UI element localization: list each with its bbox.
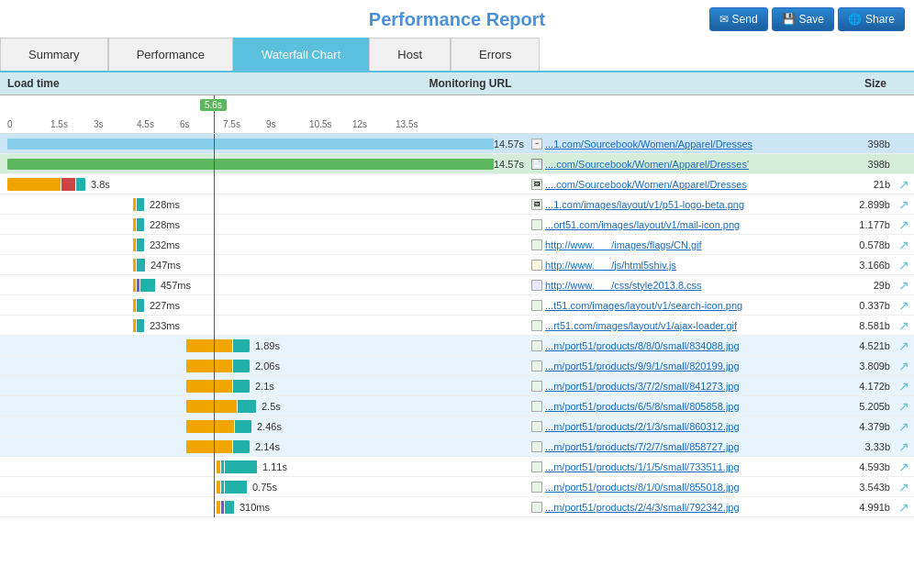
bars-2 — [7, 178, 85, 191]
size-17: 3.543b — [843, 482, 894, 493]
url-text-9[interactable]: ...rt51.com/images/layout/v1/ajax-loader… — [545, 320, 737, 331]
url-cell-8: ...t51.com/images/layout/v1/search-icon.… — [528, 300, 843, 311]
orange-bar-2 — [7, 178, 61, 191]
url-text-7[interactable]: http://www.___/css/style2013.8.css — [545, 280, 702, 291]
row-3: 228ms 🖼 ...1.com/images/layout/v1/p51-lo… — [0, 194, 914, 215]
bar-label-7: 457ms — [161, 280, 191, 291]
js-icon-6 — [531, 260, 542, 271]
img-icon-14 — [531, 421, 542, 432]
tick-3: 4.5s — [137, 119, 180, 129]
bar-cell-1: 14.57s — [0, 159, 528, 170]
url-text-2[interactable]: ....com/Sourcebook/Women/Apparel/Dresses — [545, 179, 747, 190]
url-text-3[interactable]: ...1.com/images/layout/v1/p51-logo-beta.… — [545, 199, 744, 210]
url-text-12[interactable]: ...m/port51/products/3/7/2/small/841273.… — [545, 381, 740, 392]
bar-cell-17: 0.75s — [0, 481, 528, 494]
url-text-14[interactable]: ...m/port51/products/2/1/3/small/860312.… — [545, 421, 740, 432]
url-cell-2: 🖼 ....com/Sourcebook/Women/Apparel/Dress… — [528, 179, 843, 190]
size-0: 398b — [843, 139, 894, 150]
url-text-5[interactable]: http://www.___/images/flags/CN.gif — [545, 239, 702, 250]
url-text-10[interactable]: ...m/port51/products/8/8/0/small/834088.… — [545, 340, 740, 351]
row-9: 233ms ...rt51.com/images/layout/v1/ajax-… — [0, 316, 914, 336]
bar-cell-14: 2.46s — [0, 420, 528, 433]
css-icon-7 — [531, 280, 542, 291]
size-9: 8.581b — [843, 320, 894, 331]
column-headers: Load time Monitoring URL Size — [0, 72, 914, 95]
tab-performance[interactable]: Performance — [108, 38, 233, 71]
tick-2: 3s — [94, 119, 137, 129]
tick-9: 13.5s — [396, 119, 439, 129]
url-text-16[interactable]: ...m/port51/products/1/1/5/small/733511.… — [545, 461, 740, 472]
size-15: 3.33b — [843, 441, 894, 452]
row-6: 247ms http://www.___/js/html5shiv.js 3.1… — [0, 255, 914, 275]
tab-errors[interactable]: Errors — [451, 38, 540, 71]
tick-0: 0 — [7, 119, 50, 129]
bar-label-1: 14.57s — [494, 159, 524, 170]
row-11: 2.06s ...m/port51/products/9/9/1/small/8… — [0, 356, 914, 376]
bar-cell-6: 247ms — [0, 259, 528, 272]
img-icon-2: 🖼 — [531, 179, 542, 190]
bar-cell-15: 2.14s — [0, 440, 528, 453]
url-text-15[interactable]: ...m/port51/products/7/2/7/small/858727.… — [545, 441, 740, 452]
url-cell-14: ...m/port51/products/2/1/3/small/860312.… — [528, 421, 843, 432]
bar-label-12: 2.1s — [255, 381, 274, 392]
size-18: 4.991b — [843, 502, 894, 513]
trend-14: ↗ — [894, 419, 914, 434]
url-text-13[interactable]: ...m/port51/products/6/5/8/small/805858.… — [545, 401, 740, 412]
url-text-8[interactable]: ...t51.com/images/layout/v1/search-icon.… — [545, 300, 742, 311]
bar-label-4: 228ms — [150, 219, 180, 230]
url-text-17[interactable]: ...m/port51/products/8/1/0/small/855018.… — [545, 482, 740, 493]
url-cell-5: http://www.___/images/flags/CN.gif — [528, 239, 843, 250]
url-cell-10: ...m/port51/products/8/8/0/small/834088.… — [528, 340, 843, 351]
bar-cell-5: 232ms — [0, 239, 528, 251]
bar-label-3: 228ms — [150, 199, 180, 210]
bar-label-17: 0.75s — [252, 482, 277, 493]
save-button[interactable]: 💾 Save — [772, 7, 834, 31]
bar-1 — [7, 159, 494, 170]
share-icon: 🌐 — [848, 13, 862, 26]
trend-16: ↗ — [894, 460, 914, 474]
row-8: 227ms ...t51.com/images/layout/v1/search… — [0, 295, 914, 316]
page-icon-1: 📄 — [531, 159, 542, 170]
trend-9: ↗ — [894, 318, 914, 333]
bar-0 — [7, 139, 494, 150]
tab-summary[interactable]: Summary — [0, 38, 108, 71]
header: Performance Report ✉ Send 💾 Save 🌐 Share — [0, 0, 914, 38]
row-18: 310ms ...m/port51/products/2/4/3/small/7… — [0, 497, 914, 517]
bars-3 — [133, 198, 144, 211]
tab-waterfall-chart[interactable]: Waterfall Chart — [233, 38, 369, 71]
row-10: 1.89s ...m/port51/products/8/8/0/small/8… — [0, 336, 914, 356]
url-cell-16: ...m/port51/products/1/1/5/small/733511.… — [528, 461, 843, 472]
share-button[interactable]: 🌐 Share — [838, 7, 905, 31]
url-text-0[interactable]: ...1.com/Sourcebook/Women/Apparel/Dresse… — [545, 139, 752, 150]
url-text-1[interactable]: ....com/Sourcebook/Women/Apparel/Dresses… — [545, 159, 749, 170]
trend-4: ↗ — [894, 217, 914, 232]
size-10: 4.521b — [843, 340, 894, 351]
send-button[interactable]: ✉ Send — [709, 7, 768, 31]
tiny-orange-3 — [133, 198, 136, 211]
size-12: 4.172b — [843, 381, 894, 392]
bar-cell-0: 14.57s — [0, 139, 528, 150]
minus-icon-0: − — [531, 139, 542, 150]
url-text-6[interactable]: http://www.___/js/html5shiv.js — [545, 260, 676, 271]
url-text-18[interactable]: ...m/port51/products/2/4/3/small/792342.… — [545, 502, 740, 513]
tab-host[interactable]: Host — [369, 38, 451, 71]
url-cell-11: ...m/port51/products/9/9/1/small/820199.… — [528, 361, 843, 372]
trend-13: ↗ — [894, 399, 914, 414]
url-text-4[interactable]: ...ort51.com/images/layout/v1/mail-icon.… — [545, 219, 740, 230]
img-icon-11 — [531, 361, 542, 372]
bar-label-8: 227ms — [150, 300, 180, 311]
col-monitoring-url: Monitoring URL — [422, 72, 844, 94]
bar-cell-16: 1.11s — [0, 460, 528, 473]
teal-bar-2 — [76, 178, 85, 191]
bar-cell-12: 2.1s — [0, 380, 528, 393]
bar-cell-7: 457ms — [0, 279, 528, 292]
url-cell-3: 🖼 ...1.com/images/layout/v1/p51-logo-bet… — [528, 199, 843, 210]
img-icon-13 — [531, 401, 542, 412]
size-11: 3.809b — [843, 361, 894, 372]
url-text-11[interactable]: ...m/port51/products/9/9/1/small/820199.… — [545, 361, 740, 372]
url-cell-7: http://www.___/css/style2013.8.css — [528, 280, 843, 291]
waterfall-area: 14.57s − ...1.com/Sourcebook/Women/Appar… — [0, 134, 914, 517]
tick-6: 9s — [266, 119, 309, 129]
bar-cell-3: 228ms — [0, 198, 528, 211]
row-1: 14.57s 📄 ....com/Sourcebook/Women/Appare… — [0, 154, 914, 174]
